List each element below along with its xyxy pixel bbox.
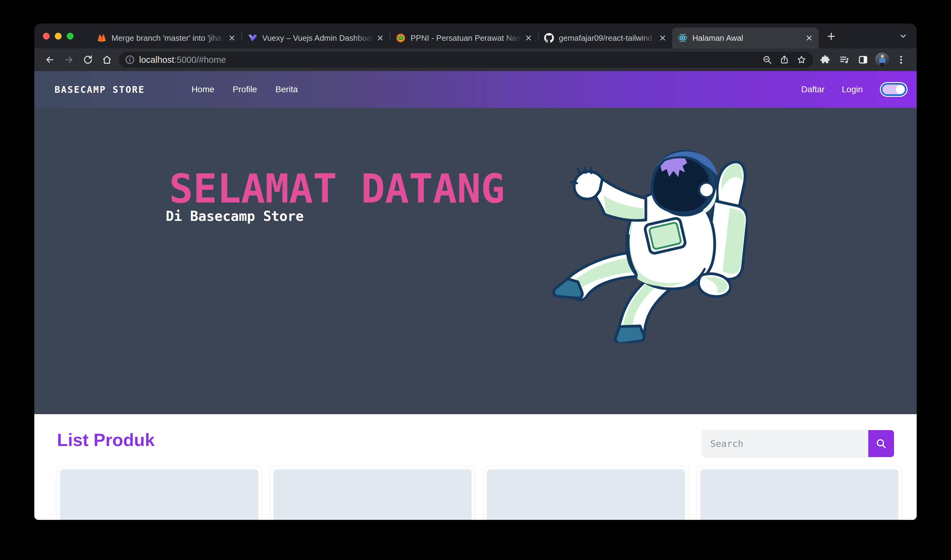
- tab-search-chevron-button[interactable]: [896, 29, 911, 43]
- window-controls: [40, 33, 78, 40]
- tab-close-icon[interactable]: [657, 33, 668, 43]
- page-content: BASECAMP STORE Home Profile Berita Dafta…: [34, 71, 917, 520]
- back-arrow-icon: [45, 55, 55, 65]
- login-link[interactable]: Login: [842, 85, 863, 94]
- browser-window: Merge branch 'master' into 'jiha Vuexy –…: [34, 24, 917, 520]
- products-heading: List Produk: [57, 429, 155, 450]
- home-button[interactable]: [97, 51, 117, 68]
- puzzle-icon: [820, 55, 830, 65]
- gitlab-icon: [97, 33, 107, 43]
- share-button[interactable]: [776, 52, 793, 67]
- tab-title: Halaman Awal: [692, 33, 804, 43]
- extensions-button[interactable]: [816, 51, 834, 68]
- tab-close-icon[interactable]: [375, 33, 385, 43]
- window-zoom-button[interactable]: [67, 33, 74, 40]
- browser-toolbar: localhost:5000/#home: [34, 48, 917, 71]
- tab-close-icon[interactable]: [523, 33, 534, 43]
- tab-close-icon[interactable]: [804, 33, 814, 43]
- nav-link-profile[interactable]: Profile: [233, 85, 257, 94]
- side-panel-button[interactable]: [854, 51, 873, 68]
- tab-title: Vuexy – Vuejs Admin Dashboard: [262, 33, 375, 43]
- url-path: :5000/#home: [174, 55, 226, 65]
- chevron-down-icon: [899, 32, 908, 40]
- nav-actions: Daftar Login: [801, 82, 908, 97]
- nav-link-home[interactable]: Home: [191, 85, 214, 94]
- zoom-out-icon: [762, 55, 772, 65]
- search-icon: [875, 437, 887, 450]
- product-image-placeholder: [487, 469, 685, 520]
- tab-strip: Merge branch 'master' into 'jiha Vuexy –…: [34, 24, 917, 48]
- vuexy-icon: [248, 33, 257, 43]
- site-navbar: BASECAMP STORE Home Profile Berita Dafta…: [34, 71, 917, 108]
- screenshot-canvas: { "browser": { "tabs": [ { "title": "Mer…: [0, 0, 951, 560]
- toggle-track: [881, 83, 906, 96]
- search-input[interactable]: [702, 430, 868, 457]
- home-icon: [102, 55, 112, 65]
- plus-icon: +: [827, 29, 836, 43]
- search-bar: [702, 430, 894, 457]
- new-tab-button[interactable]: +: [823, 28, 839, 45]
- nav-links: Home Profile Berita: [191, 85, 298, 94]
- tab-title: PPNI - Persatuan Perawat Nasio: [411, 33, 523, 43]
- hero-section: SELAMAT DATANG Di Basecamp Store: [34, 108, 917, 414]
- github-icon: [544, 33, 554, 43]
- tab-gitlab-merge[interactable]: Merge branch 'master' into 'jiha: [91, 28, 242, 48]
- site-info-icon[interactable]: [125, 55, 135, 65]
- zoom-page-button[interactable]: [759, 52, 776, 67]
- url-host: localhost: [139, 55, 174, 65]
- tab-ppni[interactable]: PPNI - Persatuan Perawat Nasio: [390, 28, 538, 48]
- tab-close-icon[interactable]: [227, 33, 237, 43]
- tab-title: Merge branch 'master' into 'jiha: [112, 33, 227, 43]
- reload-icon: [83, 55, 93, 65]
- theme-toggle[interactable]: [880, 82, 908, 97]
- tabs: Merge branch 'master' into 'jiha Vuexy –…: [91, 24, 819, 48]
- window-close-button[interactable]: [43, 33, 50, 40]
- tab-vuexy[interactable]: Vuexy – Vuejs Admin Dashboard: [242, 28, 390, 48]
- reload-button[interactable]: [78, 51, 97, 68]
- tab-github[interactable]: gemafajar09/react-tailwind: [539, 28, 672, 48]
- window-minimize-button[interactable]: [55, 33, 62, 40]
- search-button[interactable]: [868, 430, 894, 457]
- astronaut-illustration: [548, 144, 748, 343]
- star-icon: [797, 55, 806, 65]
- register-link[interactable]: Daftar: [801, 85, 825, 94]
- product-image-placeholder: [60, 469, 258, 520]
- brand-logo[interactable]: BASECAMP STORE: [55, 84, 145, 95]
- forward-arrow-icon: [64, 55, 74, 65]
- tab-title: gemafajar09/react-tailwind: [559, 33, 657, 43]
- product-card[interactable]: [57, 466, 262, 520]
- product-card[interactable]: [271, 466, 475, 520]
- ppni-icon: [396, 33, 406, 43]
- side-panel-icon: [858, 55, 868, 65]
- media-playlist-icon: [839, 55, 849, 65]
- media-controls-button[interactable]: [834, 51, 854, 68]
- product-card[interactable]: [697, 466, 902, 520]
- bookmark-button[interactable]: [793, 52, 810, 67]
- toggle-knob: [896, 85, 905, 94]
- address-bar[interactable]: localhost:5000/#home: [119, 52, 813, 68]
- profile-button[interactable]: [873, 51, 891, 68]
- url-text: localhost:5000/#home: [139, 55, 226, 65]
- product-image-placeholder: [700, 469, 899, 520]
- back-button[interactable]: [40, 51, 60, 68]
- tab-halaman-awal-active[interactable]: Halaman Awal: [672, 28, 819, 48]
- forward-button[interactable]: [60, 51, 78, 68]
- product-card[interactable]: [484, 466, 688, 520]
- share-icon: [779, 55, 789, 65]
- product-image-placeholder: [274, 469, 472, 520]
- browser-menu-button[interactable]: [891, 51, 911, 68]
- products-section: List Produk: [34, 414, 917, 520]
- avatar: [875, 53, 889, 67]
- product-card-grid: [57, 466, 901, 520]
- nav-link-berita[interactable]: Berita: [275, 85, 298, 94]
- kebab-menu-icon: [896, 55, 906, 65]
- hero-subtitle: Di Basecamp Store: [166, 208, 304, 224]
- hero-title: SELAMAT DATANG: [169, 165, 505, 212]
- react-icon: [678, 33, 688, 43]
